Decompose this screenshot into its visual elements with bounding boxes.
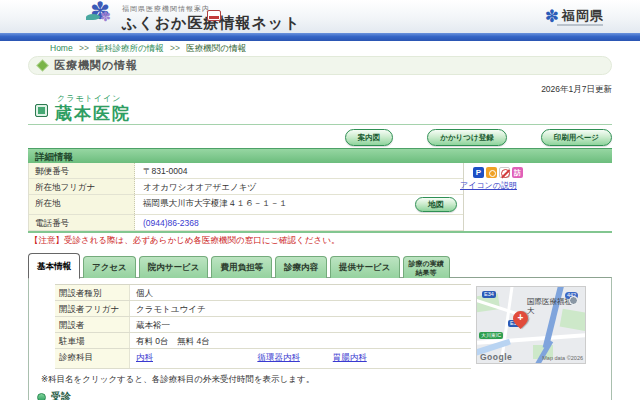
diamond-icon [38,61,48,71]
details-section-header: 詳細情報 [28,148,612,163]
map-thumbnail[interactable]: E34 E34 442 大川東IC + 国際医療福祉大 Google Map d… [476,286,586,364]
fukuoka-pref-logo[interactable]: ✽ 福岡県 [545,7,604,25]
tab-medical-content[interactable]: 診療内容 [275,256,327,278]
row-label: 郵便番号 [29,163,135,178]
no-smoking-icon [499,167,510,178]
map-button[interactable]: 地図 [415,197,457,212]
section-bullet-icon [37,393,46,400]
tab-bar: 基本情報 アクセス 院内サービス 費用負担等 診療内容 提供サービス 診療の実績… [28,252,450,278]
page-title: 医療機関の情報 [54,58,138,73]
department-link-cardiology[interactable]: 循環器内科 [257,352,330,364]
print-page-button[interactable]: 印刷用ページ [541,129,612,146]
pref-logo-subtext [557,24,603,26]
address-furigana-value: オオカワシオオアザエノキヅ [135,179,463,194]
header-mini-icon [207,10,221,21]
table-row: 郵便番号 〒831-0004 [29,163,463,179]
clinic-marker-icon [35,104,48,117]
kakaritsuke-register-button[interactable]: かかりつけ登録 [427,129,506,146]
amenity-icon [486,167,497,178]
tab-basic-info[interactable]: 基本情報 [28,253,80,279]
table-row: 開設者種別 個人 [55,285,471,301]
row-label: 開設者フリガナ [55,301,130,316]
departments-cell: 内科 循環器内科 胃腸内科 [130,349,471,368]
tab-access[interactable]: アクセス [83,256,136,278]
row-label: 開設者種別 [55,285,130,300]
tab-results[interactable]: 診療の実績 結果等 [403,256,450,278]
breadcrumb-separator: >> [170,43,180,53]
founder-value: 蔵本裕一 [130,317,471,332]
page: ✽✽ 福岡県医療機関情報案内 ふくおか医療情報ネット ✽ 福岡県 Home >>… [0,0,640,400]
row-label: 開設者 [55,317,130,332]
table-row: 開設者 蔵本裕一 [55,317,471,333]
table-row: 電話番号 (0944)86-2368 [29,215,463,231]
table-row: 所在地 福岡県大川市大字榎津４１６－１－１ 地図 [29,195,463,215]
department-link-gastroenterology[interactable]: 胃腸内科 [333,352,367,364]
tab-provided-services[interactable]: 提供サービス [330,256,400,278]
table-row: 開設者フリガナ クラモトユウイチ [55,301,471,317]
parking-icon: P [473,167,484,178]
amenity-icons: P 訪 [473,167,523,178]
icons-legend-link[interactable]: アイコンの説明 [460,180,517,191]
home-visit-icon: 訪 [512,167,523,178]
pref-flower-icon: ✽ [545,8,559,25]
parking-value: 有料 0台 無料 4台 [130,333,471,348]
notice-text: 【注意】受診される際は、必ずあらかじめ各医療機関の窓口にご確認ください。 [30,235,339,247]
founder-type-value: 個人 [130,285,471,300]
guide-map-button[interactable]: 案内図 [345,129,394,146]
route-badge: E34 [482,291,496,298]
map-place-label: 国際医療福祉大 [527,297,573,315]
row-label: 所在地 [29,195,135,214]
phone-number-link[interactable]: (0944)86-2368 [135,215,463,230]
department-link-internal-medicine[interactable]: 内科 [136,352,255,364]
row-label: 所在地フリガナ [29,179,135,194]
blue-divider-bar [0,33,640,41]
basic-info-table: 開設者種別 個人 開設者フリガナ クラモトユウイチ 開設者 蔵本裕一 駐車場 有… [55,284,471,369]
table-row: 所在地フリガナ オオカワシオオアザエノキヅ [29,179,463,195]
table-row: 診療科目 内科 循環器内科 胃腸内科 [55,349,471,369]
breadcrumb-current: 医療機関の情報 [186,43,246,53]
breadcrumb: Home >> 歯科診療所の情報 >> 医療機関の情報 [50,43,246,55]
address-value: 福岡県大川市大字榎津４１６－１－１ [135,195,463,214]
interchange-badge: 大川東IC [479,332,503,339]
updated-date: 2026年1月7日更新 [541,84,612,96]
departments-footnote: ※科目名をクリックすると、各診療科目の外来受付時間を表示します。 [41,374,314,386]
site-logo[interactable]: ✽✽ 福岡県医療機関情報案内 ふくおか医療情報ネット [88,1,300,33]
clinic-name: 蔵本医院 [55,102,131,125]
row-label: 診療科目 [55,349,130,368]
table-row: 駐車場 有料 0台 無料 4台 [55,333,471,349]
site-header: ✽✽ 福岡県医療機関情報案内 ふくおか医療情報ネット ✽ 福岡県 [0,0,640,33]
page-title-bar: 医療機関の情報 [28,56,612,75]
divider [28,231,612,233]
divider [28,124,612,125]
postal-code-value: 〒831-0004 [135,163,463,178]
breadcrumb-home[interactable]: Home [50,43,73,53]
breadcrumb-dental-info[interactable]: 歯科診療所の情報 [95,43,163,53]
tab-costs[interactable]: 費用負担等 [211,256,272,278]
action-buttons: 案内図 かかりつけ登録 印刷用ページ [345,129,612,146]
next-section-label: 受診 [51,390,71,400]
tab-content-panel: 開設者種別 個人 開設者フリガナ クラモトユウイチ 開設者 蔵本裕一 駐車場 有… [28,277,612,400]
breadcrumb-separator: >> [79,43,89,53]
row-label: 駐車場 [55,333,130,348]
flower-logo-icon: ✽✽ [88,1,118,31]
tab-in-hospital-services[interactable]: 院内サービス [139,256,209,278]
map-station-icon [569,296,578,305]
founder-furigana-value: クラモトユウイチ [130,301,471,316]
details-table: 郵便番号 〒831-0004 所在地フリガナ オオカワシオオアザエノキヅ 所在地… [28,163,464,231]
pref-name: 福岡県 [562,7,604,25]
row-label: 電話番号 [29,215,135,230]
google-logo: Google [480,352,512,362]
map-attribution: Map data ©2026 [542,355,583,361]
next-section-heading: 受診 [37,390,71,400]
